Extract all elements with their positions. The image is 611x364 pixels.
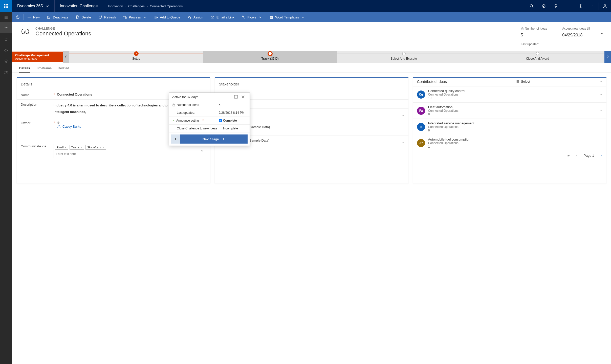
recent-button[interactable] — [12, 12, 23, 22]
breadcrumb-item[interactable]: Challenges — [128, 4, 145, 8]
idea-row[interactable]: Is Integrated service managementConnecte… — [413, 119, 606, 135]
svg-point-12 — [6, 27, 7, 28]
process-flow-label[interactable]: Challenge Management ... Active for 63 d… — [12, 52, 63, 62]
dock-button[interactable] — [232, 95, 239, 99]
expand-header-button[interactable] — [600, 27, 604, 46]
tag-remove-button[interactable]: × — [65, 146, 66, 149]
app-launcher-button[interactable] — [0, 0, 12, 12]
brand-dropdown[interactable]: Dynamics 365 — [12, 4, 54, 8]
chevron-right-icon — [221, 137, 225, 141]
refresh-button[interactable]: Refresh — [95, 12, 119, 22]
avatar: Af — [417, 139, 425, 147]
email-link-button[interactable]: Email a Link — [207, 12, 238, 22]
idea-count: 10 — [428, 96, 465, 100]
prev-stage-button[interactable] — [171, 134, 180, 144]
breadcrumb: Innovation › Challenges › Connected Oper… — [103, 4, 188, 8]
nav-toggle-button[interactable] — [0, 12, 12, 22]
process-prev-button[interactable] — [63, 51, 69, 63]
popup-num-ideas-label: Number of ideas — [177, 103, 199, 107]
tab-related[interactable]: Related — [58, 66, 69, 73]
tabs: Details Timeframe Related — [12, 63, 611, 73]
tag-remove-button[interactable]: × — [80, 146, 82, 149]
idea-row[interactable]: Fa Fleet automationConnected Operations8… — [413, 102, 606, 119]
process-icon — [123, 15, 127, 19]
card-title: Stakeholder — [215, 78, 408, 90]
tag-dropdown-button[interactable] — [198, 149, 206, 153]
new-button[interactable]: New — [24, 12, 43, 22]
deactivate-button[interactable]: Deactivate — [43, 12, 72, 22]
add-button[interactable] — [562, 0, 574, 12]
flows-button[interactable]: Flows — [238, 12, 266, 22]
next-stage-button[interactable]: Next Stage — [180, 134, 248, 144]
idea-name: Integrated service management — [428, 121, 474, 125]
stage-track[interactable]: Track (37 D) — [203, 51, 337, 63]
rail-item-binoculars[interactable] — [0, 44, 12, 56]
idea-count: 1 — [428, 145, 470, 148]
next-page-button[interactable]: → — [599, 154, 602, 157]
required-indicator: * — [54, 121, 55, 128]
prev-page-button[interactable]: ← — [575, 154, 579, 157]
stage-flyout: Active for 37 days Number of ideas 5 Las… — [169, 93, 250, 146]
tag-teams: Teams× — [70, 145, 84, 150]
tab-timeframe[interactable]: Timeframe — [36, 66, 52, 73]
chevron-right-icon: › — [147, 4, 148, 8]
communicate-tags[interactable]: Email× Teams× Skype/Lync× — [54, 144, 198, 158]
process-button[interactable]: Process — [119, 12, 150, 22]
close-icon — [241, 95, 245, 99]
more-button[interactable]: ⋯ — [401, 127, 404, 131]
person-icon — [603, 4, 607, 8]
left-nav-rail — [0, 22, 12, 364]
tag-remove-button[interactable]: × — [102, 146, 104, 149]
add-to-queue-button[interactable]: Add to Queue — [150, 12, 184, 22]
stage-close-award[interactable]: Close And Award — [471, 51, 604, 63]
account-button[interactable] — [599, 0, 611, 12]
top-bar: Dynamics 365 Innovation Challenge Innova… — [0, 0, 611, 12]
more-button[interactable]: ⋯ — [599, 125, 602, 129]
idea-row[interactable]: Cq Connected quality controlConnected Op… — [413, 86, 606, 102]
first-page-button[interactable]: ⇤ — [568, 154, 570, 157]
idea-subtitle: Connected Operations — [428, 109, 459, 112]
app-title: Innovation Challenge — [54, 0, 103, 12]
mail-icon — [210, 15, 214, 19]
breadcrumb-item[interactable]: Connected Operations — [150, 4, 183, 8]
settings-button[interactable] — [574, 0, 586, 12]
popup-num-ideas-value: 5 — [219, 103, 247, 107]
idea-name: Automobile fuel consumption — [428, 138, 470, 141]
search-button[interactable] — [526, 0, 538, 12]
svg-rect-6 — [123, 16, 125, 17]
stage-setup[interactable]: ✓Setup — [69, 51, 203, 63]
more-button[interactable]: ⋯ — [401, 140, 404, 144]
svg-point-13 — [5, 50, 6, 51]
card-title: Details — [17, 78, 210, 90]
help-button[interactable] — [586, 0, 599, 12]
incomplete-checkbox[interactable]: Incomplete — [219, 127, 247, 130]
select-view-button[interactable]: Select — [515, 80, 530, 84]
accept-till-value: 04/29/2018 — [562, 33, 590, 37]
stage-select-execute[interactable]: Select And Execute — [337, 51, 471, 63]
rail-item-people[interactable] — [0, 67, 12, 78]
rail-item-balance[interactable] — [0, 33, 12, 44]
more-button[interactable]: ⋯ — [599, 141, 602, 145]
tag-input[interactable] — [55, 151, 197, 157]
insights-button[interactable] — [550, 0, 562, 12]
delete-button[interactable]: Delete — [72, 12, 95, 22]
idea-row[interactable]: Af Automobile fuel consumptionConnected … — [413, 135, 606, 151]
more-button[interactable]: ⋯ — [599, 109, 602, 112]
close-button[interactable] — [239, 95, 247, 99]
word-templates-button[interactable]: WWord Templates — [266, 12, 309, 22]
chevron-down-icon — [301, 15, 305, 19]
rail-item-settings[interactable] — [0, 22, 12, 33]
tab-details[interactable]: Details — [19, 66, 30, 73]
breadcrumb-item[interactable]: Innovation — [108, 4, 123, 8]
process-next-button[interactable] — [604, 51, 611, 63]
more-button[interactable]: ⋯ — [599, 80, 602, 83]
waffle-icon — [4, 4, 8, 8]
complete-checkbox[interactable]: Complete — [219, 119, 247, 122]
assign-button[interactable]: Assign — [184, 12, 207, 22]
svg-point-8 — [188, 16, 189, 17]
more-button[interactable]: ⋯ — [401, 113, 404, 117]
rail-item-idea[interactable] — [0, 56, 12, 67]
search-icon — [530, 4, 534, 8]
more-button[interactable]: ⋯ — [599, 93, 602, 96]
task-button[interactable] — [538, 0, 550, 12]
